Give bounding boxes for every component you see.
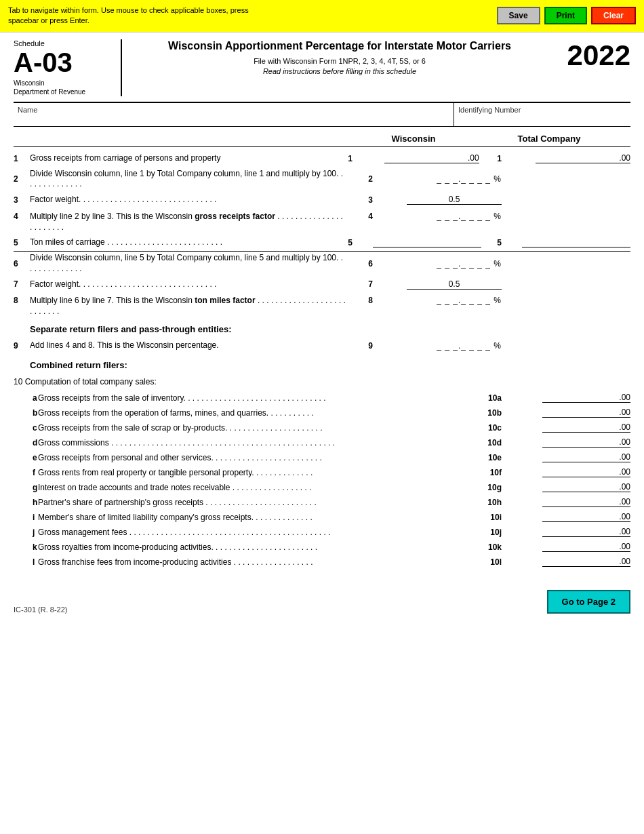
line-6-label: 6: [353, 259, 373, 269]
sub-field-a: [502, 393, 630, 403]
line-6-percent-dashes: _ _ _._ _ _ _ %: [437, 259, 502, 269]
sub-letter-f: f: [14, 468, 38, 477]
sub-letter-c: c: [14, 423, 38, 433]
line-5-label: 5: [332, 238, 353, 247]
sub-label-h: 10h: [475, 498, 502, 507]
sub-input-i[interactable]: [542, 512, 630, 522]
sub-letter-b: b: [14, 408, 38, 418]
line-3-row: 3 Factor weight. . . . . . . . . . . . .…: [14, 191, 630, 209]
sub-input-e[interactable]: [542, 452, 630, 462]
line-4-num: 4: [14, 212, 30, 221]
sub-input-h[interactable]: [542, 497, 630, 507]
line-10-subs: a Gross receipts from the sale of invent…: [14, 391, 630, 570]
schedule-id: A-03: [14, 49, 113, 76]
sub-desc-j: Gross management fees . . . . . . . . . …: [38, 528, 475, 537]
sub-field-l: [502, 557, 630, 567]
name-label: Name: [18, 106, 449, 114]
top-buttons: Save Print Clear: [497, 7, 636, 24]
sub-desc-i: Member's share of limited liability comp…: [38, 513, 475, 522]
sub-input-g[interactable]: [542, 482, 630, 492]
line-8-desc: Multiply line 6 by line 7. This is the W…: [30, 296, 353, 317]
sub-input-c[interactable]: [542, 422, 630, 433]
sub-desc-c: Gross receipts from the sale of scrap or…: [38, 423, 475, 433]
clear-button[interactable]: Clear: [591, 7, 636, 24]
sub-label-g: 10g: [475, 483, 502, 492]
sub-label-j: 10j: [475, 528, 502, 537]
line-3-desc: Factor weight. . . . . . . . . . . . . .…: [30, 195, 353, 205]
line-3-label: 3: [353, 195, 373, 205]
line-7-desc: Factor weight. . . . . . . . . . . . . .…: [30, 279, 353, 290]
line-6-desc: Divide Wisconsin column, line 5 by Total…: [30, 253, 353, 274]
line-5-tc-field: [502, 237, 630, 247]
print-button[interactable]: Print: [544, 7, 587, 24]
sub-input-d[interactable]: [542, 437, 630, 448]
line-4-row: 4 Multiply line 2 by line 3. This is the…: [14, 209, 630, 234]
sub-field-i: [502, 512, 630, 522]
line-5-row: 5 Ton miles of carriage . . . . . . . . …: [14, 234, 630, 252]
line-2-percent-dashes: _ _ _._ _ _ _ %: [437, 174, 502, 184]
sub-input-j[interactable]: [542, 527, 630, 537]
form-header: Schedule A-03 Wisconsin Department of Re…: [14, 39, 630, 96]
line-5-wi-input[interactable]: [373, 237, 481, 247]
sub-field-h: [502, 497, 630, 507]
line-1-wi-field: [353, 153, 481, 163]
line-1-desc: Gross receipts from carriage of persons …: [30, 153, 332, 164]
form-subtitle: File with Wisconsin Form 1NPR, 2, 3, 4, …: [144, 56, 536, 77]
name-input[interactable]: [18, 114, 449, 123]
sub-desc-e: Gross receipts from personal and other s…: [38, 453, 475, 462]
line-5-tc-input[interactable]: [522, 237, 630, 247]
goto-page2-button[interactable]: Go to Page 2: [547, 590, 630, 614]
line-8-label: 8: [353, 296, 373, 305]
line-1-tc-input[interactable]: [536, 153, 630, 163]
line-3-static: 0.5: [407, 195, 502, 205]
sub-field-c: [502, 422, 630, 433]
sub-label-e: 10e: [475, 453, 502, 462]
line-9-row: 9 Add lines 4 and 8. This is the Wiscons…: [14, 337, 630, 355]
sub-label-k: 10k: [475, 542, 502, 552]
name-row: Name Identifying Number: [14, 102, 630, 127]
identifying-number-input[interactable]: [458, 114, 626, 123]
line-7-static: 0.5: [407, 279, 502, 290]
line-10l-row: l Gross franchise fees from income-produ…: [14, 555, 630, 570]
sub-input-l[interactable]: [542, 557, 630, 567]
sub-input-k[interactable]: [542, 542, 630, 552]
form-title: Wisconsin Apportionment Percentage for I…: [144, 39, 536, 54]
sub-input-b[interactable]: [542, 408, 630, 418]
sub-letter-e: e: [14, 453, 38, 462]
sub-field-g: [502, 482, 630, 492]
sub-label-c: 10c: [475, 423, 502, 433]
id-cell: Identifying Number: [454, 103, 630, 126]
sub-letter-j: j: [14, 528, 38, 537]
sub-field-e: [502, 452, 630, 462]
line-10g-row: g Interest on trade accounts and trade n…: [14, 480, 630, 495]
line-10f-row: f Gross rents from real property or tang…: [14, 465, 630, 480]
sub-input-f[interactable]: [542, 467, 630, 477]
sub-letter-g: g: [14, 483, 38, 492]
sub-letter-d: d: [14, 438, 38, 448]
line-6-row: 6 Divide Wisconsin column, line 5 by Tot…: [14, 252, 630, 275]
line-1-row: 1 Gross receipts from carriage of person…: [14, 150, 630, 167]
sub-letter-a: a: [14, 393, 38, 403]
sub-input-a[interactable]: [542, 393, 630, 403]
sub-desc-l: Gross franchise fees from income-produci…: [38, 557, 475, 567]
name-cell: Name: [14, 103, 454, 126]
line-10d-row: d Gross commissions . . . . . . . . . . …: [14, 435, 630, 450]
line-1-tc-field: [502, 153, 630, 163]
sub-desc-k: Gross royalties from income-producing ac…: [38, 542, 475, 552]
wi-column-header: Wisconsin: [346, 134, 481, 144]
line-3-wi-field: 0.5: [373, 195, 502, 205]
sub-label-d: 10d: [475, 438, 502, 448]
line-5-desc: Ton miles of carriage . . . . . . . . . …: [30, 237, 332, 248]
line-5-tc-label: 5: [481, 238, 502, 247]
year-block: 2022: [549, 39, 630, 72]
footer-code: IC-301 (R. 8-22): [14, 605, 67, 614]
form-lines: 1 Gross receipts from carriage of person…: [14, 150, 630, 319]
save-button[interactable]: Save: [497, 7, 540, 24]
line-9-percent-dashes: _ _ _._ _ _ _ %: [437, 341, 502, 351]
line-10-header-text: 10 Computation of total company sales:: [14, 377, 157, 386]
line-1-wi-input[interactable]: [384, 153, 479, 163]
line-2-wi-field: _ _ _._ _ _ _ %: [373, 174, 502, 184]
tax-year: 2022: [549, 39, 630, 72]
sub-desc-b: Gross receipts from the operation of far…: [38, 408, 475, 418]
schedule-block: Schedule A-03 Wisconsin Department of Re…: [14, 39, 122, 96]
